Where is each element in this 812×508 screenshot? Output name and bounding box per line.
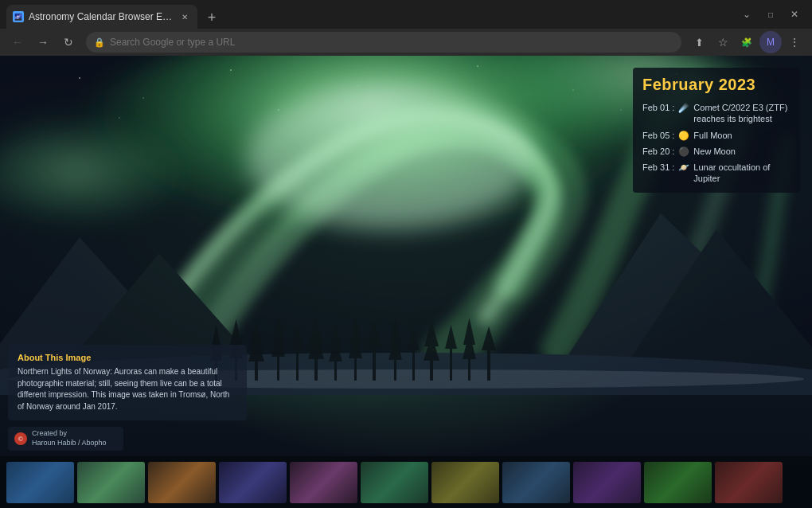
thumbnail-item[interactable] bbox=[290, 462, 357, 503]
menu-icon[interactable]: ⋮ bbox=[783, 31, 806, 53]
thumbnail-item[interactable] bbox=[148, 462, 216, 503]
main-content: About This Image Northern Lights of Norw… bbox=[0, 56, 812, 508]
extension-icon[interactable]: 🧩 bbox=[736, 31, 758, 53]
tab-bar: 🌌 Astronomy Calendar Browser Ex... ✕ + ⌄… bbox=[0, 0, 812, 29]
thumbnail-item[interactable] bbox=[77, 462, 145, 503]
calendar-month: February 2023 bbox=[642, 76, 791, 94]
tab-title: Astronomy Calendar Browser Ex... bbox=[29, 11, 174, 22]
address-bar[interactable]: 🔒 bbox=[86, 32, 681, 53]
calendar-events: Feb 01 : ☄️ Comet C/2022 E3 (ZTF) reache… bbox=[642, 102, 791, 185]
window-maximize-button[interactable]: □ bbox=[759, 3, 782, 25]
calendar-event-item: Feb 05 : 🟡 Full Moon bbox=[642, 130, 791, 141]
thumbnail-item[interactable] bbox=[644, 462, 712, 503]
event-date: Feb 20 : bbox=[642, 146, 674, 157]
thumbnail-item[interactable] bbox=[219, 462, 287, 503]
browser-chrome: 🌌 Astronomy Calendar Browser Ex... ✕ + ⌄… bbox=[0, 0, 812, 56]
creator-info: Created by Haroun Habib / Abopho bbox=[32, 429, 107, 447]
toolbar: ← → ↻ 🔒 ⬆ ☆ 🧩 M ⋮ bbox=[0, 29, 812, 56]
thumbnail-item[interactable] bbox=[431, 462, 499, 503]
event-icon: ⚫ bbox=[678, 146, 689, 157]
active-tab[interactable]: 🌌 Astronomy Calendar Browser Ex... ✕ bbox=[6, 5, 197, 29]
calendar-panel: February 2023 Feb 01 : ☄️ Comet C/2022 E… bbox=[633, 68, 800, 193]
creator-strip: © Created by Haroun Habib / Abopho bbox=[8, 427, 123, 451]
event-icon: 🪐 bbox=[678, 162, 689, 173]
tab-close-button[interactable]: ✕ bbox=[178, 10, 191, 23]
tab-favicon: 🌌 bbox=[13, 11, 24, 22]
share-icon[interactable]: ⬆ bbox=[688, 31, 710, 53]
calendar-event-item: Feb 01 : ☄️ Comet C/2022 E3 (ZTF) reache… bbox=[642, 102, 791, 125]
forward-button[interactable]: → bbox=[32, 31, 54, 53]
event-text: Comet C/2022 E3 (ZTF) reaches its bright… bbox=[693, 102, 791, 125]
creator-icon: © bbox=[14, 432, 27, 445]
bookmark-icon[interactable]: ☆ bbox=[712, 31, 734, 53]
event-text: Full Moon bbox=[693, 130, 732, 141]
about-title: About This Image bbox=[18, 353, 237, 362]
event-date: Feb 31 : bbox=[642, 162, 674, 173]
thumbnail-item[interactable] bbox=[573, 462, 641, 503]
thumbnail-item[interactable] bbox=[502, 462, 570, 503]
event-date: Feb 01 : bbox=[642, 102, 674, 113]
thumbnail-item[interactable] bbox=[6, 462, 74, 503]
window-close-button[interactable]: ✕ bbox=[783, 3, 806, 25]
svg-point-15 bbox=[247, 86, 533, 229]
event-date: Feb 05 : bbox=[642, 130, 674, 141]
thumbnail-strip bbox=[0, 456, 812, 508]
url-input[interactable] bbox=[110, 37, 673, 48]
creator-label: Created by bbox=[32, 429, 107, 439]
event-text: New Moon bbox=[693, 146, 736, 157]
calendar-event-item: Feb 31 : 🪐 Lunar occultation of Jupiter bbox=[642, 162, 791, 185]
thumbnail-item[interactable] bbox=[361, 462, 428, 503]
toolbar-actions: ⬆ ☆ 🧩 M ⋮ bbox=[688, 31, 806, 53]
creator-name: Haroun Habib / Abopho bbox=[32, 439, 107, 448]
about-image-panel: About This Image Northern Lights of Norw… bbox=[8, 345, 247, 420]
event-icon: 🟡 bbox=[678, 130, 689, 141]
window-minimize-button[interactable]: ⌄ bbox=[736, 3, 758, 25]
back-button[interactable]: ← bbox=[6, 31, 29, 53]
calendar-event-item: Feb 20 : ⚫ New Moon bbox=[642, 146, 791, 157]
thumbnail-item[interactable] bbox=[715, 462, 783, 503]
about-text: Northern Lights of Norway: Auroras can m… bbox=[18, 366, 237, 412]
new-tab-button[interactable]: + bbox=[201, 6, 223, 29]
security-icon: 🔒 bbox=[94, 37, 105, 48]
reload-button[interactable]: ↻ bbox=[57, 31, 80, 53]
event-text: Lunar occultation of Jupiter bbox=[693, 162, 791, 185]
svg-point-1 bbox=[79, 77, 80, 79]
profile-picture-icon[interactable]: M bbox=[759, 31, 782, 53]
event-icon: ☄️ bbox=[678, 102, 689, 113]
